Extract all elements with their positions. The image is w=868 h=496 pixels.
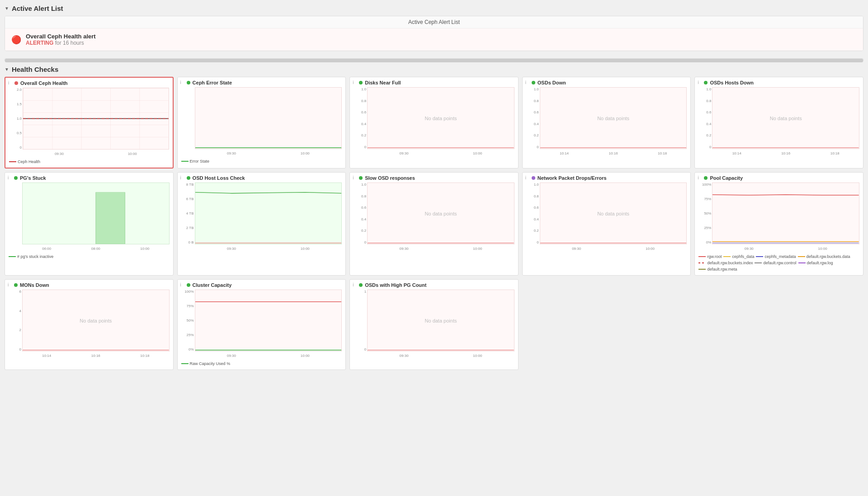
chart-area-osds-high-pg-count: 10 No data points09:3010:00 — [354, 290, 514, 360]
status-dot-slow-osd-responses — [359, 176, 363, 180]
chart-card-ceph-error-state: iCeph Error State 09:3010:00Error State — [177, 77, 346, 168]
card-title-pool-capacity: Pool Capacity — [710, 175, 743, 181]
card-title-osds-high-pg-count: OSDs with High PG Count — [365, 282, 426, 288]
status-dot-osd-host-loss-check — [187, 176, 190, 180]
chart-card-osds-down: iOSDs Down1.00.80.60.40.20 No data point… — [522, 77, 691, 168]
chart-card-pgs-stuck: iPG's Stuck 06:0008:0010:00# pg's stuck … — [5, 172, 174, 276]
chart-area-osd-host-loss-check: 8 TB6 TB4 TB2 TB0 B 09:3010:00 — [182, 182, 342, 253]
card-header-slow-osd-responses: Slow OSD responses — [354, 175, 514, 181]
legend-label: Error State — [190, 159, 210, 164]
chart-card-overall-ceph-health: iOverall Ceph Health2.01.51.00.50 09:301… — [5, 77, 174, 168]
page: ▼ Active Alert List Active Ceph Alert Li… — [0, 0, 868, 374]
svg-area-osds-down: No data points — [540, 87, 687, 149]
legend-item: default.rgw.meta — [698, 267, 737, 271]
card-header-osds-hosts-down: OSDs Hosts Down — [698, 80, 859, 85]
x-axis-mons-down: 10:1410:1610:18 — [22, 351, 170, 360]
legend-item: # pg's stuck inactive — [9, 254, 53, 259]
legend-label: default.rgw.buckets.index — [707, 261, 753, 265]
card-title-cluster-capacity: Cluster Capacity — [193, 282, 232, 288]
svg-rect-13 — [195, 183, 342, 244]
legend-item: rgw.root — [698, 254, 722, 259]
legend-label: cephfs_data — [732, 254, 754, 259]
y-axis-osds-hosts-down: 1.00.80.60.40.20 — [699, 87, 712, 149]
y-axis-overall-ceph-health: 2.01.51.00.50 — [10, 88, 23, 150]
svg-area-ceph-error-state — [195, 87, 342, 149]
info-icon-overall-ceph-health[interactable]: i — [8, 80, 9, 85]
x-axis-osds-down: 10:1410:1610:18 — [540, 149, 687, 157]
info-icon-pgs-stuck[interactable]: i — [8, 175, 9, 180]
legend-label: cephfs_metadata — [764, 254, 796, 259]
status-dot-disks-near-full — [359, 81, 363, 84]
card-header-disks-near-full: Disks Near Full — [354, 80, 514, 85]
card-header-osds-high-pg-count: OSDs with High PG Count — [354, 282, 514, 288]
legend-label: default.rgw.buckets.data — [807, 254, 850, 259]
chart-area-pool-capacity: 100%75%50%25%0% 09:3010:00 — [699, 182, 859, 253]
x-axis-ceph-error-state: 09:3010:00 — [195, 149, 342, 157]
legend-label: Raw Capacity Used % — [190, 361, 231, 366]
x-axis-osd-host-loss-check: 09:3010:00 — [195, 244, 342, 253]
legend-item: cephfs_metadata — [756, 254, 796, 259]
y-axis-pool-capacity: 100%75%50%25%0% — [699, 182, 712, 244]
health-checks-label: Health Checks — [12, 66, 58, 73]
card-title-overall-ceph-health: Overall Ceph Health — [20, 80, 68, 86]
card-header-osds-down: OSDs Down — [526, 80, 687, 85]
active-alert-section-header[interactable]: ▼ Active Alert List — [5, 5, 863, 12]
card-title-disks-near-full: Disks Near Full — [365, 80, 401, 85]
card-title-osds-down: OSDs Down — [538, 80, 566, 85]
x-axis-pool-capacity: 09:3010:00 — [712, 244, 859, 253]
alert-scrollbar[interactable] — [5, 58, 863, 62]
legend-label: # pg's stuck inactive — [17, 254, 53, 259]
chart-area-ceph-error-state: 09:3010:00 — [182, 87, 342, 157]
no-data-label-network-packet-drops: No data points — [597, 211, 629, 216]
chart-card-osds-high-pg-count: iOSDs with High PG Count10 No data point… — [349, 279, 519, 370]
no-data-label-slow-osd-responses: No data points — [425, 211, 457, 216]
card-title-pgs-stuck: PG's Stuck — [20, 175, 46, 181]
legend-label: default.rgw.control — [763, 261, 796, 265]
svg-area-overall-ceph-health — [23, 88, 169, 150]
active-alert-section-label: Active Alert List — [12, 5, 63, 12]
alert-status: ALERTING — [26, 40, 53, 46]
card-title-network-packet-drops: Network Packet Drops/Errors — [538, 175, 607, 181]
y-axis-pgs-stuck — [9, 182, 22, 244]
info-icon-osds-down[interactable]: i — [525, 80, 526, 85]
info-icon-ceph-error-state[interactable]: i — [180, 80, 181, 85]
info-icon-mons-down[interactable]: i — [8, 282, 9, 287]
health-checks-section-header[interactable]: ▼ Health Checks — [5, 66, 863, 73]
y-axis-mons-down: 6420 — [9, 290, 22, 351]
svg-area-disks-near-full: No data points — [367, 87, 514, 149]
y-axis-osd-host-loss-check: 8 TB6 TB4 TB2 TB0 B — [182, 182, 195, 244]
legend-item: Ceph Health — [9, 159, 40, 164]
status-dot-overall-ceph-health — [14, 81, 18, 85]
x-axis-network-packet-drops: 09:3010:00 — [540, 244, 687, 253]
info-icon-pool-capacity[interactable]: i — [698, 175, 698, 180]
info-icon-cluster-capacity[interactable]: i — [180, 282, 181, 287]
legend-item: cephfs_data — [723, 254, 754, 259]
legend-label: default.rgw.meta — [707, 267, 737, 271]
card-header-pool-capacity: Pool Capacity — [698, 175, 859, 181]
y-axis-osds-down: 1.00.80.60.40.20 — [527, 87, 540, 149]
alert-row: 🔴 Overall Ceph Health alert ALERTING for… — [5, 28, 863, 51]
status-dot-osds-down — [532, 81, 535, 84]
svg-area-pool-capacity — [712, 182, 859, 244]
chart-area-overall-ceph-health: 2.01.51.00.50 09:3010:00 — [10, 88, 169, 158]
info-icon-osds-high-pg-count[interactable]: i — [353, 282, 354, 287]
svg-area-slow-osd-responses: No data points — [367, 182, 514, 244]
info-icon-disks-near-full[interactable]: i — [353, 80, 354, 85]
svg-area-osds-high-pg-count: No data points — [367, 290, 514, 351]
no-data-label-disks-near-full: No data points — [425, 116, 457, 121]
info-icon-network-packet-drops[interactable]: i — [525, 175, 526, 180]
svg-rect-12 — [96, 192, 125, 244]
info-icon-slow-osd-responses[interactable]: i — [353, 175, 354, 180]
legend-ceph-error-state: Error State — [181, 159, 342, 164]
health-checks-grid: iOverall Ceph Health2.01.51.00.50 09:301… — [5, 77, 863, 370]
alert-duration: for 16 hours — [55, 40, 84, 46]
card-title-osd-host-loss-check: OSD Host Loss Check — [193, 175, 245, 181]
info-icon-osds-hosts-down[interactable]: i — [698, 80, 698, 85]
y-axis-cluster-capacity: 100%75%50%25%0% — [182, 290, 195, 351]
x-axis-osds-hosts-down: 10:1410:1610:18 — [712, 149, 859, 157]
card-header-mons-down: MONs Down — [9, 282, 170, 288]
x-axis-osds-high-pg-count: 09:3010:00 — [367, 351, 514, 360]
svg-rect-3 — [195, 88, 342, 149]
info-icon-osd-host-loss-check[interactable]: i — [180, 175, 181, 180]
chevron-icon: ▼ — [5, 6, 9, 11]
